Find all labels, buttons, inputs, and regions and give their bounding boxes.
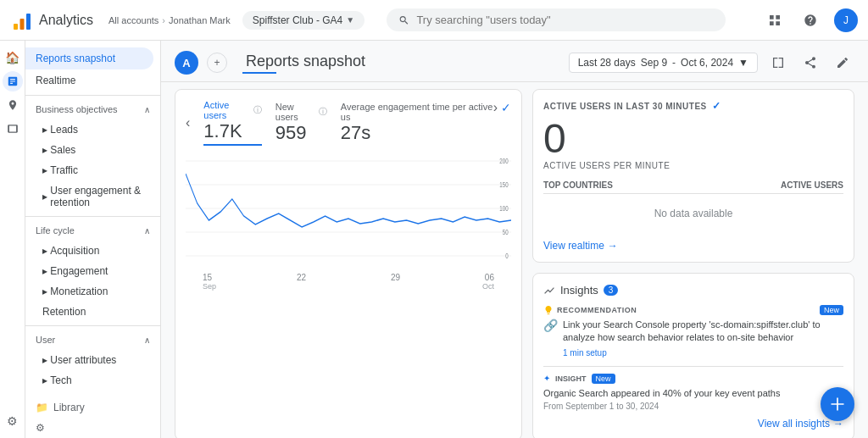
sidebar-item-acquisition[interactable]: ▸ Acquisition (32, 241, 153, 261)
sidebar-item-traffic[interactable]: ▸ Traffic (32, 160, 153, 180)
sidebar-item-realtime[interactable]: Realtime (25, 69, 153, 91)
svg-rect-0 (14, 24, 18, 30)
add-report-button[interactable]: + (207, 53, 227, 73)
active-users-check-icon: ✓ (712, 100, 721, 112)
date-range-chevron-icon: ▼ (738, 57, 748, 69)
rec-header: RECOMMENDATION New (543, 305, 843, 315)
content-header: A + Reports snapshot Last 28 days Sep 9 … (161, 41, 868, 82)
recommendation-icon (543, 305, 554, 315)
nav-advertising-icon[interactable] (3, 119, 23, 139)
title-underline (242, 72, 276, 74)
sidebar-item-sales[interactable]: ▸ Sales (32, 140, 153, 160)
active-users-card-title: ACTIVE USERS IN LAST 30 MINUTES ✓ (543, 100, 843, 112)
chart-prev-button[interactable]: ‹ (186, 115, 190, 130)
nav-reports-icon[interactable] (3, 71, 23, 91)
view-all-insights-link[interactable]: View all insights → (543, 418, 843, 430)
compare-icon[interactable] (766, 51, 790, 75)
countries-header: TOP COUNTRIES ACTIVE USERS (543, 180, 843, 194)
search-bar[interactable] (387, 8, 726, 31)
active-users-info-icon: ⓘ (253, 104, 262, 116)
insights-card: Insights 3 RECOMMENDATION New 🔗 (532, 273, 854, 438)
metric-tab-active-users[interactable]: Active users ⓘ 1.7K (203, 100, 261, 146)
chart-x-labels: 15 22 29 06 (186, 273, 511, 282)
chart-x-sublabels: Sep Oct (186, 282, 511, 291)
rec-setup-link[interactable]: 1 min setup (563, 348, 843, 358)
analytics-logo-icon (10, 8, 34, 32)
svg-rect-1 (20, 19, 25, 30)
sidebar-item-monetization[interactable]: ▸ Monetization (32, 281, 153, 302)
insights-badge: 3 (604, 285, 619, 296)
search-input[interactable] (416, 14, 714, 26)
help-icon[interactable] (798, 8, 822, 32)
insight-new-badge: New (592, 374, 615, 384)
sidebar-divider-3 (25, 325, 160, 326)
search-icon (398, 14, 409, 26)
nav-explore-icon[interactable] (3, 95, 23, 115)
analytics-title: Analytics (39, 13, 93, 28)
insight-section: ✦ INSIGHT New Organic Search appeared in… (543, 366, 843, 411)
sidebar-item-engagement[interactable]: ▸ Engagement (32, 261, 153, 281)
sidebar-lifecycle-header[interactable]: Life cycle ∧ (25, 220, 160, 241)
right-panel: ACTIVE USERS IN LAST 30 MINUTES ✓ 0 ACTI… (532, 89, 854, 438)
top-bar-actions: J (763, 8, 858, 32)
customize-icon[interactable] (831, 51, 854, 75)
new-users-info-icon: ⓘ (319, 106, 327, 118)
insights-header: Insights 3 (543, 284, 843, 297)
top-bar: Analytics All accounts › Jonathan Mark S… (0, 0, 868, 41)
sidebar-library-item[interactable]: 📁 Library (36, 397, 150, 418)
sidebar-item-reports-snapshot[interactable]: Reports snapshot (25, 47, 153, 69)
nav-settings-icon[interactable]: ⚙ (3, 411, 23, 431)
sidebar-divider-1 (25, 95, 160, 96)
recommendation-section: RECOMMENDATION New 🔗 Link your Search Co… (543, 305, 843, 358)
sidebar-business-objectives-items: ▸ Leads ▸ Sales ▸ Traffic ▸ User engagem… (25, 119, 160, 213)
nav-bottom: ⚙ (3, 411, 23, 438)
fab-button[interactable] (821, 387, 854, 421)
sidebar-item-retention[interactable]: Retention (32, 302, 153, 322)
sidebar-business-objectives-header[interactable]: Business objectives ∧ (25, 99, 160, 119)
main-layout: 🏠 ⚙ Reports snapshot Realtime Business o… (0, 41, 868, 438)
left-nav: 🏠 ⚙ (0, 41, 25, 438)
sidebar-item-user-engagement[interactable]: ▸ User engagement & retention (32, 180, 153, 213)
active-users-card: ACTIVE USERS IN LAST 30 MINUTES ✓ 0 ACTI… (532, 89, 854, 263)
business-objectives-chevron-icon: ∧ (144, 105, 150, 114)
sidebar-item-tech[interactable]: ▸ Tech (32, 370, 153, 391)
grid-icon[interactable] (763, 8, 787, 32)
svg-text:150: 150 (499, 180, 508, 189)
svg-text:100: 100 (499, 204, 508, 213)
rec-content: 🔗 Link your Search Console property 'sc-… (543, 319, 843, 358)
svg-rect-2 (26, 14, 31, 30)
view-realtime-link[interactable]: View realtime → (543, 240, 843, 252)
sidebar-lifecycle-items: ▸ Acquisition ▸ Engagement ▸ Monetizatio… (25, 241, 160, 322)
date-range-selector[interactable]: Last 28 days Sep 9 - Oct 6, 2024 ▼ (569, 53, 758, 73)
metric-tab-avg-engagement[interactable]: Average engagement time per active us 27… (341, 102, 493, 144)
chart-check-icon: ✓ (501, 101, 511, 114)
sidebar-user-items: ▸ User attributes ▸ Tech (25, 350, 160, 391)
svg-text:0: 0 (505, 252, 508, 260)
sidebar-item-user-attributes[interactable]: ▸ User attributes (32, 350, 153, 370)
analytics-logo: Analytics (10, 8, 93, 32)
account-path: All accounts › Jonathan Mark (108, 15, 231, 25)
line-chart-svg: 200 150 100 50 0 (186, 152, 511, 271)
svg-text:200: 200 (499, 157, 508, 165)
active-users-per-minute-label: ACTIVE USERS PER MINUTE (543, 161, 843, 170)
chart-next-button[interactable]: › (493, 100, 498, 115)
insight-star-icon: ✦ (543, 374, 550, 383)
share-icon[interactable] (798, 51, 822, 75)
sidebar-user-header[interactable]: User ∧ (25, 330, 160, 350)
nav-home-icon[interactable]: 🏠 (3, 47, 23, 68)
sidebar-divider-2 (25, 216, 160, 217)
property-chevron-icon: ▼ (346, 15, 354, 25)
chart-card: ‹ Active users ⓘ 1.7K New users (175, 89, 522, 438)
rec-new-badge: New (820, 305, 843, 315)
metric-tab-new-users[interactable]: New users ⓘ 959 (275, 102, 327, 144)
lifecycle-chevron-icon: ∧ (144, 226, 150, 236)
chart-card-header: ‹ Active users ⓘ 1.7K New users (186, 100, 511, 146)
sidebar-footer: 📁 Library ⚙ (25, 391, 160, 438)
user-avatar[interactable]: J (834, 8, 858, 32)
sidebar-item-leads[interactable]: ▸ Leads (32, 119, 153, 140)
property-selector[interactable]: Spiffster Club - GA4 ▼ (242, 11, 364, 30)
chart-area: 200 150 100 50 0 (186, 152, 511, 271)
sidebar: Reports snapshot Realtime Business objec… (25, 41, 161, 438)
sidebar-settings-item[interactable]: ⚙ (36, 418, 150, 438)
main-content: A + Reports snapshot Last 28 days Sep 9 … (161, 41, 868, 438)
